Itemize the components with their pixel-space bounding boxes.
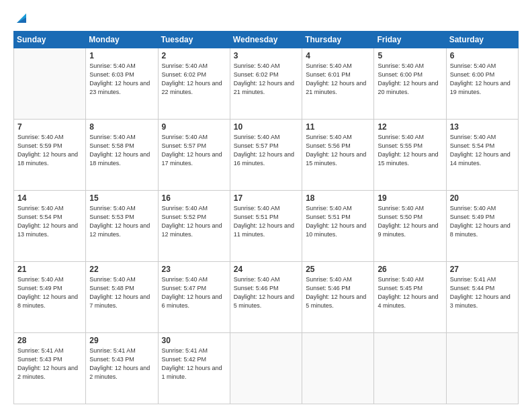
calendar-cell: 5Sunrise: 5:40 AMSunset: 6:00 PMDaylight… xyxy=(374,48,446,120)
day-number: 18 xyxy=(306,193,370,203)
cell-info: Sunrise: 5:40 AMSunset: 5:51 PMDaylight:… xyxy=(306,204,370,239)
col-header-monday: Monday xyxy=(86,32,158,48)
cell-info: Sunrise: 5:40 AMSunset: 5:46 PMDaylight:… xyxy=(234,275,298,310)
day-number: 3 xyxy=(234,51,298,60)
calendar-table: SundayMondayTuesdayWednesdayThursdayFrid… xyxy=(13,31,519,404)
calendar-cell: 26Sunrise: 5:40 AMSunset: 5:45 PMDayligh… xyxy=(374,262,446,333)
cell-info: Sunrise: 5:40 AMSunset: 5:52 PMDaylight:… xyxy=(162,204,226,239)
day-number: 4 xyxy=(306,51,370,60)
day-number: 30 xyxy=(162,336,226,345)
calendar-cell xyxy=(14,48,86,120)
week-row-4: 28Sunrise: 5:41 AMSunset: 5:43 PMDayligh… xyxy=(14,333,519,404)
cell-info: Sunrise: 5:40 AMSunset: 5:46 PMDaylight:… xyxy=(306,275,370,310)
cell-info: Sunrise: 5:40 AMSunset: 6:02 PMDaylight:… xyxy=(162,62,226,97)
cell-info: Sunrise: 5:40 AMSunset: 5:49 PMDaylight:… xyxy=(450,204,515,239)
col-header-thursday: Thursday xyxy=(302,32,374,48)
calendar-cell: 8Sunrise: 5:40 AMSunset: 5:58 PMDaylight… xyxy=(86,120,158,191)
day-number: 8 xyxy=(89,122,154,132)
day-number: 25 xyxy=(306,265,370,274)
calendar-cell: 27Sunrise: 5:41 AMSunset: 5:44 PMDayligh… xyxy=(446,262,518,333)
day-number: 28 xyxy=(17,336,82,345)
calendar-cell: 16Sunrise: 5:40 AMSunset: 5:52 PMDayligh… xyxy=(158,191,230,262)
day-number: 10 xyxy=(234,122,298,132)
week-row-2: 14Sunrise: 5:40 AMSunset: 5:54 PMDayligh… xyxy=(14,191,519,262)
cell-info: Sunrise: 5:40 AMSunset: 6:01 PMDaylight:… xyxy=(306,62,370,97)
calendar-cell: 17Sunrise: 5:40 AMSunset: 5:51 PMDayligh… xyxy=(230,191,302,262)
day-number: 7 xyxy=(17,122,82,132)
day-number: 12 xyxy=(378,122,442,132)
cell-info: Sunrise: 5:40 AMSunset: 5:51 PMDaylight:… xyxy=(234,204,298,239)
page: SundayMondayTuesdayWednesdayThursdayFrid… xyxy=(0,0,532,411)
day-number: 15 xyxy=(89,193,154,203)
cell-info: Sunrise: 5:40 AMSunset: 5:59 PMDaylight:… xyxy=(17,133,82,168)
cell-info: Sunrise: 5:40 AMSunset: 5:47 PMDaylight:… xyxy=(162,275,226,310)
calendar-cell: 3Sunrise: 5:40 AMSunset: 6:02 PMDaylight… xyxy=(230,48,302,120)
calendar-cell: 12Sunrise: 5:40 AMSunset: 5:55 PMDayligh… xyxy=(374,120,446,191)
col-header-friday: Friday xyxy=(374,32,446,48)
cell-info: Sunrise: 5:41 AMSunset: 5:42 PMDaylight:… xyxy=(162,347,226,381)
calendar-cell: 18Sunrise: 5:40 AMSunset: 5:51 PMDayligh… xyxy=(302,191,374,262)
calendar-cell: 21Sunrise: 5:40 AMSunset: 5:49 PMDayligh… xyxy=(14,262,86,333)
week-row-0: 1Sunrise: 5:40 AMSunset: 6:03 PMDaylight… xyxy=(14,48,519,120)
calendar-cell: 20Sunrise: 5:40 AMSunset: 5:49 PMDayligh… xyxy=(446,191,518,262)
calendar-cell: 28Sunrise: 5:41 AMSunset: 5:43 PMDayligh… xyxy=(14,333,86,404)
cell-info: Sunrise: 5:41 AMSunset: 5:43 PMDaylight:… xyxy=(89,347,154,381)
cell-info: Sunrise: 5:41 AMSunset: 5:43 PMDaylight:… xyxy=(17,347,82,381)
cell-info: Sunrise: 5:40 AMSunset: 5:54 PMDaylight:… xyxy=(17,204,82,239)
calendar-cell: 25Sunrise: 5:40 AMSunset: 5:46 PMDayligh… xyxy=(302,262,374,333)
day-number: 26 xyxy=(378,265,442,274)
calendar-cell: 13Sunrise: 5:40 AMSunset: 5:54 PMDayligh… xyxy=(446,120,518,191)
logo xyxy=(13,11,29,24)
day-number: 17 xyxy=(234,193,298,203)
calendar-cell: 10Sunrise: 5:40 AMSunset: 5:57 PMDayligh… xyxy=(230,120,302,191)
week-row-1: 7Sunrise: 5:40 AMSunset: 5:59 PMDaylight… xyxy=(14,120,519,191)
day-number: 23 xyxy=(162,265,226,274)
calendar-cell xyxy=(446,333,518,404)
cell-info: Sunrise: 5:41 AMSunset: 5:44 PMDaylight:… xyxy=(450,275,515,310)
cell-info: Sunrise: 5:40 AMSunset: 5:56 PMDaylight:… xyxy=(306,133,370,168)
day-number: 11 xyxy=(306,122,370,132)
calendar-cell: 11Sunrise: 5:40 AMSunset: 5:56 PMDayligh… xyxy=(302,120,374,191)
calendar-cell: 24Sunrise: 5:40 AMSunset: 5:46 PMDayligh… xyxy=(230,262,302,333)
calendar-header-row: SundayMondayTuesdayWednesdayThursdayFrid… xyxy=(14,32,519,48)
header xyxy=(13,11,519,24)
calendar-cell: 30Sunrise: 5:41 AMSunset: 5:42 PMDayligh… xyxy=(158,333,230,404)
cell-info: Sunrise: 5:40 AMSunset: 6:03 PMDaylight:… xyxy=(89,62,154,97)
day-number: 2 xyxy=(162,51,226,60)
calendar-cell: 29Sunrise: 5:41 AMSunset: 5:43 PMDayligh… xyxy=(86,333,158,404)
cell-info: Sunrise: 5:40 AMSunset: 5:48 PMDaylight:… xyxy=(89,275,154,310)
calendar-cell: 2Sunrise: 5:40 AMSunset: 6:02 PMDaylight… xyxy=(158,48,230,120)
day-number: 5 xyxy=(378,51,442,60)
cell-info: Sunrise: 5:40 AMSunset: 5:55 PMDaylight:… xyxy=(378,133,442,168)
calendar-cell: 6Sunrise: 5:40 AMSunset: 6:00 PMDaylight… xyxy=(446,48,518,120)
cell-info: Sunrise: 5:40 AMSunset: 6:00 PMDaylight:… xyxy=(378,62,442,97)
day-number: 22 xyxy=(89,265,154,274)
calendar-cell: 15Sunrise: 5:40 AMSunset: 5:53 PMDayligh… xyxy=(86,191,158,262)
calendar-cell xyxy=(374,333,446,404)
calendar-cell: 7Sunrise: 5:40 AMSunset: 5:59 PMDaylight… xyxy=(14,120,86,191)
calendar-cell: 14Sunrise: 5:40 AMSunset: 5:54 PMDayligh… xyxy=(14,191,86,262)
calendar-cell: 1Sunrise: 5:40 AMSunset: 6:03 PMDaylight… xyxy=(86,48,158,120)
cell-info: Sunrise: 5:40 AMSunset: 5:45 PMDaylight:… xyxy=(378,275,442,310)
cell-info: Sunrise: 5:40 AMSunset: 5:53 PMDaylight:… xyxy=(89,204,154,239)
cell-info: Sunrise: 5:40 AMSunset: 5:49 PMDaylight:… xyxy=(17,275,82,310)
day-number: 29 xyxy=(89,336,154,345)
calendar-cell: 19Sunrise: 5:40 AMSunset: 5:50 PMDayligh… xyxy=(374,191,446,262)
calendar-cell xyxy=(302,333,374,404)
col-header-saturday: Saturday xyxy=(446,32,518,48)
day-number: 19 xyxy=(378,193,442,203)
cell-info: Sunrise: 5:40 AMSunset: 5:54 PMDaylight:… xyxy=(450,133,515,168)
day-number: 24 xyxy=(234,265,298,274)
calendar-cell: 23Sunrise: 5:40 AMSunset: 5:47 PMDayligh… xyxy=(158,262,230,333)
day-number: 16 xyxy=(162,193,226,203)
cell-info: Sunrise: 5:40 AMSunset: 6:00 PMDaylight:… xyxy=(450,62,515,97)
calendar-cell: 22Sunrise: 5:40 AMSunset: 5:48 PMDayligh… xyxy=(86,262,158,333)
day-number: 14 xyxy=(17,193,82,203)
day-number: 9 xyxy=(162,122,226,132)
day-number: 6 xyxy=(450,51,515,60)
col-header-sunday: Sunday xyxy=(14,32,86,48)
col-header-wednesday: Wednesday xyxy=(230,32,302,48)
day-number: 27 xyxy=(450,265,515,274)
cell-info: Sunrise: 5:40 AMSunset: 6:02 PMDaylight:… xyxy=(234,62,298,97)
cell-info: Sunrise: 5:40 AMSunset: 5:50 PMDaylight:… xyxy=(378,204,442,239)
